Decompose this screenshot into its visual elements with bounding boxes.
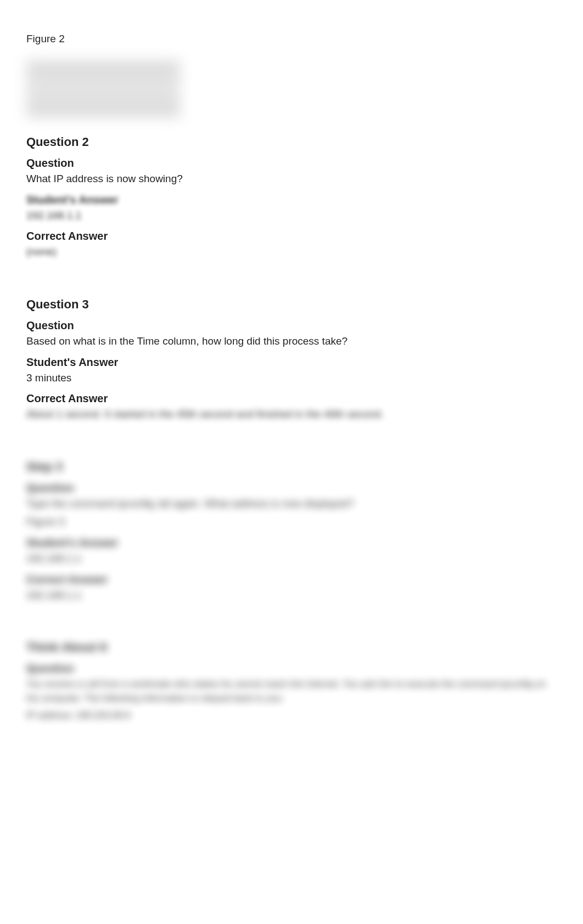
- question-2-student-answer-text: 192.168.1.1: [26, 209, 557, 223]
- question-3-correct-answer-text: About 1 second. It started in the 45th s…: [26, 407, 557, 421]
- question-3-question-text: Based on what is in the Time column, how…: [26, 334, 557, 348]
- think-about-it-ip-line: IP address: 169.254.69.6: [26, 708, 557, 723]
- question-2-question-text: What IP address is now showing?: [26, 172, 557, 186]
- step-3-number: Step 3: [26, 460, 557, 474]
- question-2-number: Question 2: [26, 135, 557, 149]
- document-page: Figure 2 Question 2 Question What IP add…: [0, 0, 583, 781]
- think-about-it-number: Think About It: [26, 640, 557, 655]
- step-3-figure-label: Figure 3: [26, 515, 557, 529]
- question-3-student-answer-heading: Student's Answer: [26, 356, 557, 369]
- question-3-question-heading: Question: [26, 319, 557, 332]
- think-about-it-question-heading: Question: [26, 662, 557, 675]
- question-2-correct-answer-heading: Correct Answer: [26, 230, 557, 243]
- step-3-question-text: Type the command ipconfig /all again. Wh…: [26, 497, 557, 511]
- step-3-correct-answer-heading: Correct Answer: [26, 573, 557, 586]
- question-3-number: Question 3: [26, 297, 557, 312]
- question-3-student-answer-text: 3 minutes: [26, 371, 557, 385]
- step-3-student-answer-text: 192.168.1.1: [26, 551, 557, 566]
- step-3-student-answer-heading: Student's Answer: [26, 537, 557, 549]
- question-2-question-heading: Question: [26, 157, 557, 170]
- figure-image-placeholder: [26, 60, 180, 117]
- question-3-correct-answer-heading: Correct Answer: [26, 392, 557, 405]
- step-3-correct-answer-text: 192.168.1.1: [26, 588, 557, 602]
- figure-label-top: Figure 2: [26, 33, 557, 45]
- question-2-correct-answer-text: (none): [26, 245, 557, 259]
- question-2-student-answer-heading: Student's Answer: [26, 194, 557, 206]
- think-about-it-question-text: You receive a call from a workmate who s…: [26, 677, 557, 705]
- step-3-question-heading: Question: [26, 482, 557, 494]
